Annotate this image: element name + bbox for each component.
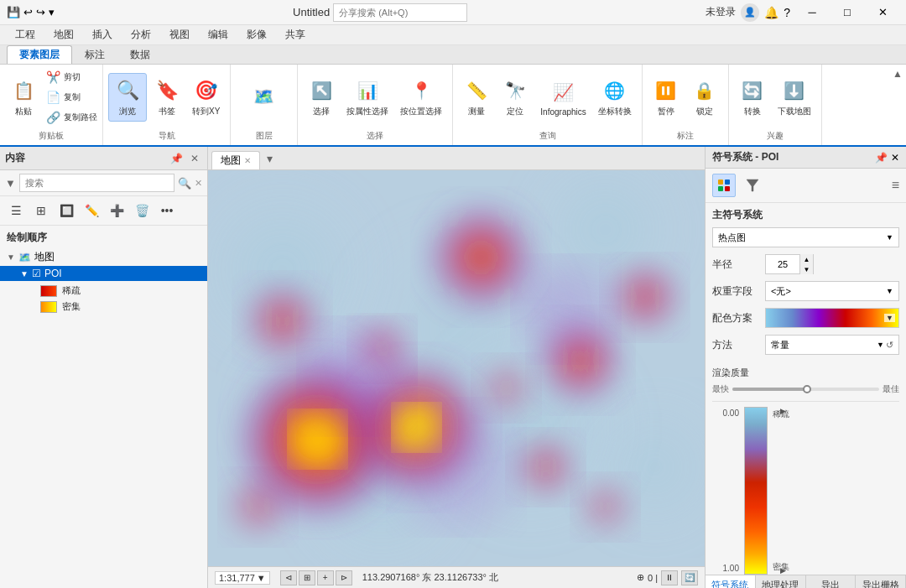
method-value: 常量 <box>771 339 789 351</box>
undo-icon[interactable]: ↩ <box>23 6 33 18</box>
bookmark-button[interactable]: 🔖 书签 <box>148 74 185 121</box>
tree-item-poi[interactable]: ▼ ☑ POI <box>0 266 207 281</box>
add-layer-button[interactable]: 🗺️ <box>246 80 283 115</box>
gradient-bottom-indicator: ▶ <box>780 566 786 575</box>
coord-convert-button[interactable]: 🌐 坐标转换 <box>593 74 637 121</box>
symbol-menu-button[interactable]: ≡ <box>892 178 899 193</box>
bell-icon[interactable]: 🔔 <box>764 6 778 19</box>
avatar[interactable]: 👤 <box>741 3 759 22</box>
color-scheme-label: 配色方案 <box>712 311 758 325</box>
map-tab-close-button[interactable]: ✕ <box>244 156 251 165</box>
radius-up-button[interactable]: ▲ <box>799 254 813 264</box>
select-button[interactable]: ↖️ 选择 <box>303 74 340 121</box>
checkbox-poi[interactable]: ☑ <box>32 268 41 279</box>
convert-button[interactable]: 🔄 转换 <box>734 74 771 121</box>
minimize-button[interactable]: ─ <box>795 0 829 25</box>
panel-table-button[interactable]: ⊞ <box>30 200 52 221</box>
color-scheme-picker[interactable]: ▼ <box>765 308 899 328</box>
save-icon[interactable]: 💾 <box>7 6 20 18</box>
ribbon-collapse-button[interactable]: ▲ <box>889 65 906 145</box>
menu-item-view[interactable]: 视图 <box>161 26 198 44</box>
download-map-button[interactable]: ⬇️ 下载地图 <box>773 74 816 121</box>
search-input[interactable] <box>19 174 174 192</box>
weight-select[interactable]: <无> ▼ <box>765 281 899 301</box>
tab-data[interactable]: 数据 <box>117 45 163 64</box>
quality-slider[interactable] <box>732 382 879 396</box>
menu-item-analysis[interactable]: 分析 <box>122 26 159 44</box>
symbol-icon <box>716 178 732 193</box>
panel-list-view-button[interactable]: ☰ <box>5 200 27 221</box>
refresh-button[interactable]: 🔄 <box>681 570 698 585</box>
radius-down-button[interactable]: ▼ <box>799 264 813 274</box>
tab-feature-layer[interactable]: 要素图层 <box>7 45 72 64</box>
infographics-button[interactable]: 📈 Infographics <box>535 75 591 120</box>
redo-icon[interactable]: ↪ <box>36 6 45 18</box>
search-icon[interactable]: 🔍 <box>178 177 191 190</box>
panel-draw-button[interactable]: ✏️ <box>81 200 102 221</box>
radius-spinner[interactable]: ▲ ▼ <box>765 254 814 274</box>
bottom-tabs: 符号系统 地理处理 导出 导出栅格 <box>706 575 906 588</box>
tree-item-map[interactable]: ▼ 🗺️ 地图 <box>0 248 207 266</box>
menu-item-map[interactable]: 地图 <box>45 26 82 44</box>
symbol-tab-symbol[interactable] <box>712 174 736 197</box>
maximize-button[interactable]: □ <box>830 0 864 25</box>
slider-thumb[interactable] <box>803 385 811 393</box>
pause-map-button[interactable]: ⏸ <box>661 570 678 585</box>
menu-item-share[interactable]: 共享 <box>277 26 314 44</box>
pause-button[interactable]: ⏸️ 暂停 <box>648 74 685 121</box>
browse-button[interactable]: 🔍 浏览 <box>108 73 147 122</box>
panel-close-right-button[interactable]: ✕ <box>891 152 899 164</box>
filter-icon[interactable]: ▼ <box>5 177 16 190</box>
panel-more-button[interactable]: ••• <box>156 200 178 221</box>
quality-slider-row: 最快 最佳 <box>706 379 906 398</box>
ribbon-group-query: 📏 测量 🔭 定位 📈 Infographics 🌐 坐标转换 查询 <box>453 65 642 145</box>
more-icon[interactable]: ▾ <box>49 6 55 18</box>
panel-pin-button[interactable]: 📌 <box>169 151 184 166</box>
bottom-tab-export[interactable]: 导出 <box>806 575 857 588</box>
menu-item-project[interactable]: 工程 <box>7 26 44 44</box>
gradient-top-indicator: ▶ <box>780 407 786 415</box>
panel-close-button[interactable]: ✕ <box>187 151 202 166</box>
locate-button[interactable]: 🔭 定位 <box>497 74 534 121</box>
paste-button[interactable]: 📋 粘贴 <box>5 74 42 121</box>
nav-prev-button[interactable]: ⊲ <box>280 570 297 585</box>
map-container[interactable] <box>208 170 705 566</box>
add-layer-icon: 🗺️ <box>251 83 278 110</box>
select-by-attr-button[interactable]: 📊 按属性选择 <box>341 74 393 121</box>
scale-selector[interactable]: 1:31,777 ▼ <box>215 571 270 585</box>
radius-input[interactable] <box>766 259 799 269</box>
method-reset-button[interactable]: ↺ <box>886 340 893 351</box>
svg-rect-27 <box>718 186 723 191</box>
ribbon-group-clipboard: 📋 粘贴 ✂️ 剪切 📄 复制 🔗 复制路径 剪贴板 <box>0 65 103 145</box>
method-select[interactable]: 常量 ▼ ↺ <box>765 335 899 355</box>
type-select-box[interactable]: 热点图 ▼ <box>712 227 899 247</box>
map-expand-button[interactable]: ▾ <box>267 152 273 165</box>
bottom-tab-geoprocessing[interactable]: 地理处理 <box>756 575 806 588</box>
measure-button[interactable]: 📏 测量 <box>458 74 495 121</box>
lock-button[interactable]: 🔒 锁定 <box>686 74 723 121</box>
title-search-input[interactable] <box>333 3 467 22</box>
goto-xy-button[interactable]: 🎯 转到XY <box>187 74 225 121</box>
map-tab[interactable]: 地图 ✕ <box>211 151 260 169</box>
tab-label[interactable]: 标注 <box>72 45 117 64</box>
panel-filter-button[interactable]: 🔲 <box>55 200 77 221</box>
nav-plus-button[interactable]: + <box>317 570 334 585</box>
cut-row: ✂️ 剪切 <box>44 68 97 86</box>
goto-xy-icon: 🎯 <box>193 77 220 104</box>
panel-add-button[interactable]: ➕ <box>106 200 128 221</box>
clear-search-icon[interactable]: ✕ <box>195 178 202 189</box>
symbol-tab-filter[interactable] <box>741 174 764 197</box>
menu-item-insert[interactable]: 插入 <box>84 26 121 44</box>
panel-pin-right-button[interactable]: 📌 <box>875 152 888 164</box>
select-by-location-button[interactable]: 📍 按位置选择 <box>395 74 447 121</box>
nav-next-button[interactable]: ⊳ <box>336 570 352 585</box>
menu-item-edit[interactable]: 编辑 <box>200 26 237 44</box>
svg-point-23 <box>398 408 515 526</box>
panel-delete-button[interactable]: 🗑️ <box>131 200 153 221</box>
help-icon[interactable]: ? <box>784 6 790 19</box>
bottom-tab-symbol[interactable]: 符号系统 <box>706 575 756 588</box>
bottom-tab-export-raster[interactable]: 导出栅格 <box>856 575 906 588</box>
menu-item-imagery[interactable]: 影像 <box>238 26 275 44</box>
close-button[interactable]: ✕ <box>866 0 899 25</box>
nav-extent-button[interactable]: ⊞ <box>299 570 315 585</box>
